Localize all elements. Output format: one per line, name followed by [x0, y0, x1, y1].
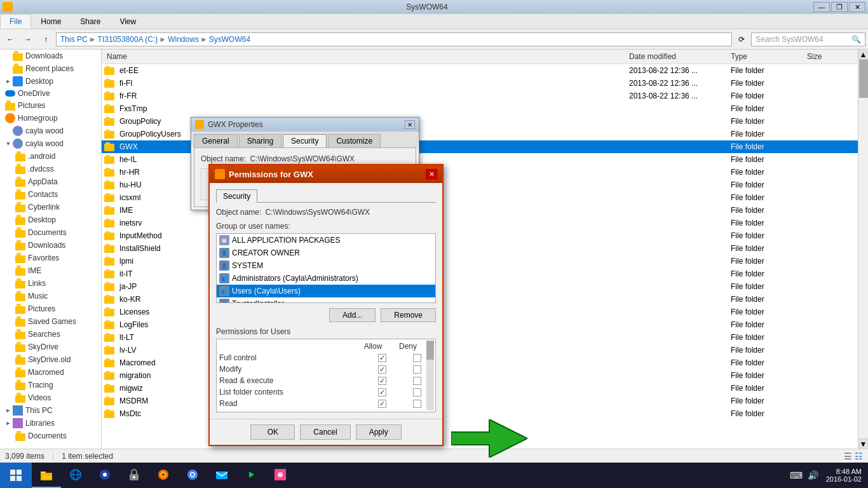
- taskbar-app-mozilla[interactable]: [149, 463, 178, 488]
- taskbar-clock[interactable]: 8:48 AM 2016-01-02: [826, 468, 862, 483]
- sidebar-item-dvdcss[interactable]: .dvdcss: [0, 163, 101, 175]
- add-button[interactable]: Add...: [329, 308, 376, 322]
- taskbar-app-vpn[interactable]: [119, 463, 149, 488]
- permissions-group-item[interactable]: ▦ ALL APPLICATION PACKAGES: [217, 234, 435, 247]
- sidebar-item-docs2[interactable]: Documents: [0, 430, 101, 442]
- ribbon-tab-view[interactable]: View: [110, 14, 146, 29]
- sidebar-item-music[interactable]: Music: [0, 290, 101, 302]
- sidebar-item-desktop2[interactable]: Desktop: [0, 214, 101, 226]
- sound-icon[interactable]: 🔊: [808, 470, 818, 480]
- sidebar-item-libraries[interactable]: ► Libraries: [0, 417, 101, 430]
- table-row[interactable]: FxsTmp File folder: [102, 102, 858, 115]
- sidebar-item-android[interactable]: .android: [0, 150, 101, 163]
- scroll-thumb[interactable]: [859, 60, 868, 98]
- modify-deny-checkbox[interactable]: [413, 365, 421, 374]
- gwx-tab-general[interactable]: General: [194, 134, 238, 147]
- close-button[interactable]: ✕: [849, 2, 865, 12]
- sidebar-item-skydrive[interactable]: SkyDrive: [0, 341, 101, 353]
- path-part-drive[interactable]: TI31053800A (C:): [98, 35, 158, 44]
- sidebar-item-pictures2[interactable]: Pictures: [0, 302, 101, 315]
- detail-view-icon[interactable]: ☷: [855, 451, 863, 461]
- col-size-header[interactable]: Size: [804, 51, 855, 62]
- start-button[interactable]: [0, 463, 32, 488]
- sidebar-item-homegroup[interactable]: Homegroup: [0, 112, 101, 125]
- list-view-icon[interactable]: ☰: [844, 451, 852, 461]
- scrollbar-vertical[interactable]: ▲ ▼: [858, 50, 868, 449]
- listfolder-allow-checkbox[interactable]: ✓: [378, 388, 386, 396]
- taskbar-app-chrome[interactable]: [178, 463, 207, 488]
- gwx-tab-security[interactable]: Security: [283, 134, 327, 147]
- gwx-close-button[interactable]: ✕: [405, 120, 415, 129]
- address-path[interactable]: This PC ► TI31053800A (C:) ► Windows ► S…: [56, 32, 732, 46]
- ok-button[interactable]: OK: [250, 424, 295, 440]
- path-part-syswow64[interactable]: SysWOW64: [209, 35, 250, 44]
- sidebar-item-appdata[interactable]: AppData: [0, 175, 101, 188]
- sidebar-item-macromed[interactable]: Macromed: [0, 366, 101, 379]
- readexecute-deny-checkbox[interactable]: [413, 377, 421, 385]
- taskbar-app-media[interactable]: [90, 463, 119, 488]
- fullcontrol-deny-checkbox[interactable]: [413, 354, 421, 362]
- sidebar-item-thispc[interactable]: ► This PC: [0, 404, 101, 417]
- permissions-close-button[interactable]: ✕: [426, 169, 437, 179]
- ribbon-tab-file[interactable]: File: [0, 14, 31, 29]
- table-row[interactable]: fi-FI 2013-08-22 12:36 ... File folder: [102, 77, 858, 90]
- path-part-thispc[interactable]: This PC: [60, 35, 88, 44]
- table-row[interactable]: fr-FR 2013-08-22 12:36 ... File folder: [102, 90, 858, 102]
- ribbon-tab-share[interactable]: Share: [71, 14, 110, 29]
- ribbon-tab-home[interactable]: Home: [31, 14, 71, 29]
- permissions-group-item[interactable]: 👤 CREATOR OWNER: [217, 247, 435, 259]
- gwx-tab-customize[interactable]: Customize: [328, 134, 381, 147]
- taskbar-app-mediaplayer[interactable]: [236, 463, 266, 488]
- fullcontrol-allow-checkbox[interactable]: ✓: [378, 354, 386, 362]
- sidebar-item-downloads2[interactable]: Downloads: [0, 239, 101, 252]
- scroll-up-button[interactable]: ▲: [858, 50, 868, 60]
- sidebar-item-links[interactable]: Links: [0, 277, 101, 290]
- gwx-tab-sharing[interactable]: Sharing: [239, 134, 281, 147]
- sidebar-item-ime[interactable]: IME: [0, 264, 101, 277]
- sidebar-item-onedrive[interactable]: OneDrive: [0, 88, 101, 99]
- maximize-button[interactable]: ❐: [831, 2, 848, 12]
- sidebar-item-skydrive-old[interactable]: SkyDrive.old: [0, 353, 101, 366]
- taskbar-app-explorer[interactable]: [32, 463, 61, 488]
- col-type-header[interactable]: Type: [728, 51, 804, 62]
- refresh-button[interactable]: ⟳: [735, 32, 749, 46]
- perm-scrollbar[interactable]: [426, 341, 434, 410]
- read-allow-checkbox[interactable]: ✓: [378, 400, 386, 408]
- back-button[interactable]: ←: [3, 32, 18, 47]
- sidebar-item-saved-games[interactable]: Saved Games: [0, 315, 101, 328]
- sidebar-item-contacts[interactable]: Contacts: [0, 188, 101, 201]
- listfolder-deny-checkbox[interactable]: [413, 388, 421, 396]
- minimize-button[interactable]: —: [813, 2, 830, 12]
- remove-button[interactable]: Remove: [381, 308, 436, 322]
- forward-button[interactable]: →: [20, 32, 36, 47]
- table-row[interactable]: et-EE 2013-08-22 12:36 ... File folder: [102, 64, 858, 77]
- up-button[interactable]: ↑: [38, 32, 53, 47]
- permissions-tab-security[interactable]: Security: [216, 189, 257, 203]
- sidebar-item-recent[interactable]: Recent places: [0, 62, 101, 75]
- col-date-header[interactable]: Date modified: [627, 51, 728, 62]
- apply-button[interactable]: Apply: [356, 424, 402, 440]
- sidebar-item-cayla-wood-2[interactable]: ▼ cayla wood: [0, 137, 101, 150]
- sidebar-item-tracing[interactable]: Tracing: [0, 379, 101, 391]
- read-deny-checkbox[interactable]: [413, 400, 421, 408]
- sidebar-item-videos[interactable]: Videos: [0, 391, 101, 404]
- search-box[interactable]: Search SysWOW64 🔍: [751, 32, 865, 46]
- permissions-group-item-users[interactable]: 👥 Users (Cayla\Users): [217, 285, 435, 297]
- sidebar-item-pictures[interactable]: Pictures: [0, 99, 101, 112]
- sidebar-item-cayla-wood-1[interactable]: cayla wood: [0, 125, 101, 137]
- taskbar-app-email[interactable]: [207, 463, 236, 488]
- sidebar-item-downloads[interactable]: Downloads: [0, 50, 101, 62]
- sidebar-item-searches[interactable]: Searches: [0, 328, 101, 341]
- sidebar-item-documents[interactable]: Documents: [0, 226, 101, 239]
- path-part-windows[interactable]: Windows: [168, 35, 199, 44]
- sidebar-item-favorites[interactable]: Favorites: [0, 252, 101, 264]
- modify-allow-checkbox[interactable]: ✓: [378, 365, 386, 374]
- col-name-header[interactable]: Name: [104, 51, 627, 62]
- scroll-down-button[interactable]: ▼: [858, 438, 868, 449]
- taskbar-app-paint[interactable]: [266, 463, 295, 488]
- perm-scrollbar-thumb[interactable]: [426, 341, 434, 360]
- readexecute-allow-checkbox[interactable]: ✓: [378, 377, 386, 385]
- permissions-group-item[interactable]: 👤 TrustedInstaller: [217, 297, 435, 303]
- permissions-group-item[interactable]: 👥 Administrators (Cayla\Administrators): [217, 272, 435, 285]
- sidebar-item-desktop[interactable]: ► Desktop: [0, 75, 101, 88]
